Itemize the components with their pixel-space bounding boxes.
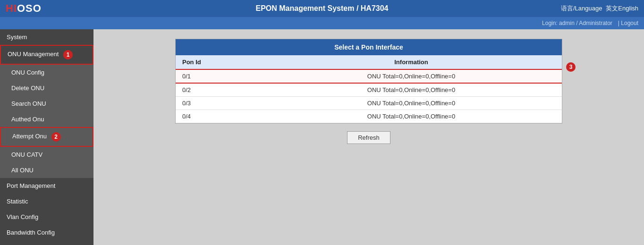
logout-link[interactable]: | Logout <box>618 20 638 26</box>
sidebar: System ONU Management 1 ONU Config Delet… <box>0 29 93 245</box>
info-cell: ONU Total=0,Online=0,Offline=0 <box>261 83 562 97</box>
lang-select[interactable]: 英文English <box>606 4 638 13</box>
badge-1: 1 <box>63 50 73 59</box>
sidebar-item-onu-config[interactable]: ONU Config <box>0 65 93 80</box>
header-bottom: Login: admin / Administrator | Logout <box>0 17 644 29</box>
sidebar-item-all-onu[interactable]: All ONU <box>0 162 93 178</box>
app-title: EPON Management System / HA7304 <box>256 4 389 13</box>
lang-label: 语言/Language <box>561 4 602 13</box>
pon-id-cell: 0/1 <box>176 69 261 83</box>
panel-title: Select a Pon Interface <box>176 39 562 55</box>
pon-interface-panel: Select a Pon Interface Pon Id Informatio… <box>175 39 562 124</box>
sidebar-item-attempt-onu[interactable]: Attempt Onu 2 <box>0 127 93 147</box>
sidebar-item-statistic[interactable]: Statistic <box>0 194 93 209</box>
sidebar-item-authed-onu[interactable]: Authed Onu <box>0 111 93 127</box>
login-info: Login: admin / Administrator <box>542 20 612 26</box>
header-top: HIOSO EPON Management System / HA7304 语言… <box>0 0 644 17</box>
sidebar-item-olt-mac-config[interactable]: OLT Mac Config <box>0 240 93 245</box>
col-header-pon-id: Pon Id <box>176 55 261 69</box>
refresh-button[interactable]: Refresh <box>347 131 390 144</box>
pon-id-cell: 0/2 <box>176 83 261 97</box>
pon-id-cell: 0/3 <box>176 97 261 110</box>
pon-table: Pon Id Information 0/1 ONU Total=0,Onlin… <box>176 55 562 123</box>
header-right: 语言/Language 英文English <box>561 4 638 13</box>
header: HIOSO EPON Management System / HA7304 语言… <box>0 0 644 29</box>
sidebar-item-system[interactable]: System <box>0 29 93 45</box>
sidebar-item-port-management[interactable]: Port Management <box>0 178 93 194</box>
badge-3: 3 <box>566 62 576 72</box>
sidebar-item-bandwidth-config[interactable]: Bandwidth Config <box>0 225 93 240</box>
main-layout: System ONU Management 1 ONU Config Delet… <box>0 29 644 245</box>
info-cell: ONU Total=0,Online=0,Offline=0 <box>261 97 562 110</box>
col-header-information: Information <box>261 55 562 69</box>
sidebar-item-onu-catv[interactable]: ONU CATV <box>0 147 93 162</box>
pon-id-cell: 0/4 <box>176 110 261 123</box>
badge-2: 2 <box>51 132 61 142</box>
sidebar-item-vlan-config[interactable]: Vlan Config <box>0 209 93 225</box>
sidebar-item-search-onu[interactable]: Search ONU <box>0 96 93 111</box>
table-row[interactable]: 0/3 ONU Total=0,Online=0,Offline=0 <box>176 97 562 110</box>
info-cell: ONU Total=0,Online=0,Offline=0 <box>261 69 562 83</box>
content-area: Select a Pon Interface Pon Id Informatio… <box>93 29 644 245</box>
table-row[interactable]: 0/1 ONU Total=0,Online=0,Offline=0 <box>176 69 562 83</box>
sidebar-item-onu-management[interactable]: ONU Management 1 <box>0 45 93 65</box>
table-row[interactable]: 0/2 ONU Total=0,Online=0,Offline=0 <box>176 83 562 97</box>
logo-oso: OSO <box>17 2 42 15</box>
sidebar-item-attempt-onu-label: Attempt Onu <box>12 133 47 140</box>
logo: HIOSO <box>6 2 42 15</box>
table-row[interactable]: 0/4 ONU Total=0,Online=0,Offline=0 <box>176 110 562 123</box>
sidebar-item-onu-management-label: ONU Management <box>8 51 59 58</box>
sidebar-item-delete-onu[interactable]: Delete ONU <box>0 80 93 96</box>
info-cell: ONU Total=0,Online=0,Offline=0 <box>261 110 562 123</box>
logo-hi: HI <box>6 2 17 15</box>
